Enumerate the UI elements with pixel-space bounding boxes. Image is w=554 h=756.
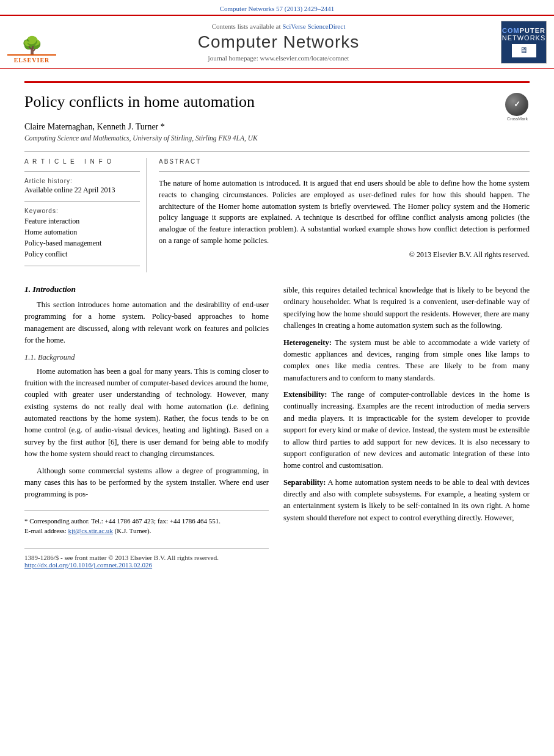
footnote-email-row: E-mail address: kjt@cs.stir.ac.uk (K.J. … xyxy=(24,526,269,536)
article-title: Policy conflicts in home automation xyxy=(24,93,493,111)
article-info-label: A R T I C L E I N F O xyxy=(24,158,140,165)
body-content: 1. Introduction This section introduces … xyxy=(24,285,530,569)
issn-text: 1389-1286/$ - see front matter © 2013 El… xyxy=(24,554,219,561)
abstract-col: ABSTRACT The nature of home automation i… xyxy=(159,158,530,272)
thin-divider-2 xyxy=(24,171,140,172)
section1-heading: 1. Introduction xyxy=(24,285,269,294)
journal-header: 🌳 ELSEVIER Contents lists available at S… xyxy=(0,15,554,69)
sciverse-line: Contents lists available at SciVerse Sci… xyxy=(62,23,495,30)
section1-para2: Home automation has been a goal for many… xyxy=(24,366,269,460)
body-right-col: sible, this requires detailed technical … xyxy=(283,285,530,569)
extensibility-term: Extensibility: xyxy=(283,390,327,399)
email-link[interactable]: kjt@cs.stir.ac.uk xyxy=(68,527,112,534)
article-meta-section: A R T I C L E I N F O Article history: A… xyxy=(24,158,530,272)
right-para1: sible, this requires detailed technical … xyxy=(283,285,530,332)
body-left-col: 1. Introduction This section introduces … xyxy=(24,285,269,569)
sciverse-link[interactable]: SciVerse ScienceDirect xyxy=(282,23,345,30)
bullet-separability-text: Separability: A home automation system n… xyxy=(283,477,530,525)
keyword-3: Policy-based management xyxy=(24,238,140,249)
keywords-section: Keywords: Feature interaction Home autom… xyxy=(24,208,140,260)
bullet-heterogeneity: Heterogeneity: The system must be able t… xyxy=(283,337,530,385)
thin-divider-3 xyxy=(24,201,140,202)
elsevier-logo: 🌳 ELSEVIER xyxy=(7,21,56,64)
separability-term: Separability: xyxy=(283,478,326,487)
history-label: Article history: xyxy=(24,178,140,184)
bullet-extensibility: Extensibility: The range of computer-con… xyxy=(283,389,530,472)
section1-para3: Although some commercial systems allow a… xyxy=(24,465,269,501)
red-divider xyxy=(24,81,530,83)
elsevier-tree-icon: 🌳 xyxy=(21,37,43,54)
footnote-corresponding: * Corresponding author. Tel.: +44 1786 4… xyxy=(24,516,269,526)
abstract-text: The nature of home automation is introdu… xyxy=(159,178,530,247)
journal-right-logo: Computer Networks 🖥 xyxy=(501,21,547,64)
copyright: © 2013 Elsevier B.V. All rights reserved… xyxy=(159,250,530,260)
journal-title: Computer Networks xyxy=(62,32,495,52)
subsection-heading: 1.1. Background xyxy=(24,353,269,362)
thin-divider-4 xyxy=(24,266,140,266)
section1-para1: This section introduces home automation … xyxy=(24,299,269,347)
article-history: Article history: Available online 22 Apr… xyxy=(24,178,140,195)
journal-center: Contents lists available at SciVerse Sci… xyxy=(62,23,495,62)
bottom-bar: 1389-1286/$ - see front matter © 2013 El… xyxy=(24,548,269,569)
bullet-extensibility-text: Extensibility: The range of computer-con… xyxy=(283,389,530,472)
crossmark-badge: ✓ CrossMark xyxy=(505,93,530,117)
crossmark-label: CrossMark xyxy=(505,117,530,121)
keyword-2: Home automation xyxy=(24,227,140,238)
authors: Claire Maternaghan, Kenneth J. Turner * xyxy=(24,122,530,132)
affiliation: Computing Science and Mathematics, Unive… xyxy=(24,134,530,142)
extensibility-body: The range of computer-controllable devic… xyxy=(283,390,530,470)
bullet-heterogeneity-text: Heterogeneity: The system must be able t… xyxy=(283,337,530,385)
keyword-4: Policy conflict xyxy=(24,249,140,260)
email-label: E-mail address: xyxy=(24,527,67,534)
journal-reference: Computer Networks 57 (2013) 2429–2441 xyxy=(0,0,554,15)
journal-homepage: journal homepage: www.elsevier.com/locat… xyxy=(62,54,495,62)
elsevier-label: ELSEVIER xyxy=(7,54,56,64)
available-online: Available online 22 April 2013 xyxy=(24,186,140,195)
bottom-bar-content: 1389-1286/$ - see front matter © 2013 El… xyxy=(24,554,219,569)
abstract-label: ABSTRACT xyxy=(159,158,530,165)
bullet-separability: Separability: A home automation system n… xyxy=(283,477,530,525)
crossmark-icon: ✓ xyxy=(505,93,528,116)
heterogeneity-term: Heterogeneity: xyxy=(283,338,332,347)
cn-logo-box: Computer Networks 🖥 xyxy=(501,21,547,64)
keyword-1: Feature interaction xyxy=(24,216,140,227)
article-title-row: Policy conflicts in home automation ✓ Cr… xyxy=(24,93,530,117)
article-info-col: A R T I C L E I N F O Article history: A… xyxy=(24,158,147,272)
doi-link[interactable]: http://dx.doi.org/10.1016/j.comnet.2013.… xyxy=(24,561,152,569)
thin-divider-5 xyxy=(159,171,530,172)
body-two-col: 1. Introduction This section introduces … xyxy=(24,285,530,569)
keywords-label: Keywords: xyxy=(24,208,140,214)
main-content: Policy conflicts in home automation ✓ Cr… xyxy=(0,69,554,581)
email-suffix: (K.J. Turner). xyxy=(115,527,151,534)
thin-divider-1 xyxy=(24,151,530,152)
footnote-area: * Corresponding author. Tel.: +44 1786 4… xyxy=(24,511,269,536)
